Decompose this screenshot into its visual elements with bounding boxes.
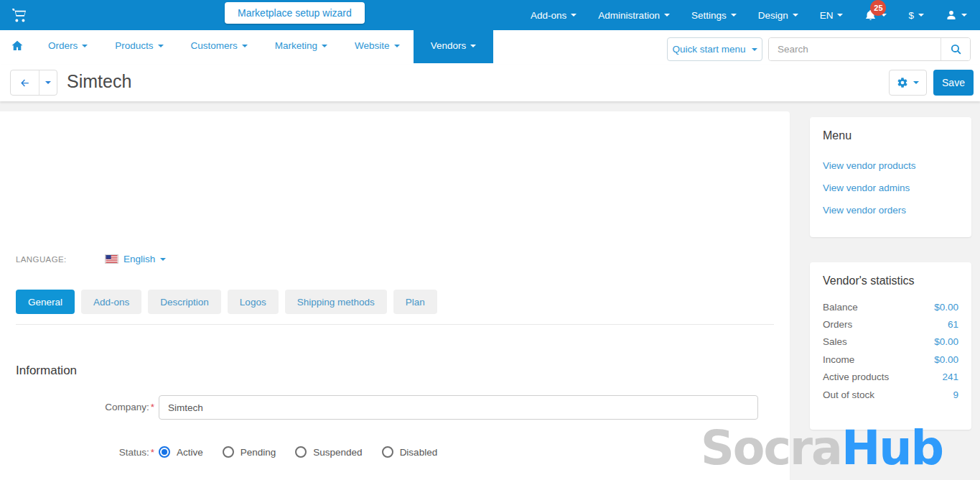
- quick-start-menu-button[interactable]: Quick start menu: [667, 37, 762, 61]
- link-view-vendor-admins[interactable]: View vendor admins: [823, 177, 916, 199]
- radio-unchecked-icon[interactable]: [295, 446, 307, 458]
- search-button[interactable]: [941, 38, 970, 60]
- status-option-pending[interactable]: Pending: [223, 446, 276, 458]
- menu-links: View vendor products View vendor admins …: [823, 154, 916, 221]
- menu-card-title: Menu: [823, 129, 851, 142]
- nav-item-orders-label: Orders: [48, 40, 78, 51]
- nav-item-marketing-label: Marketing: [275, 40, 317, 51]
- settings-gear-dropdown[interactable]: [889, 70, 927, 96]
- arrow-left-icon: [19, 78, 31, 88]
- status-option-suspended[interactable]: Suspended: [295, 446, 362, 458]
- stat-value[interactable]: 61: [948, 319, 958, 330]
- status-option-active[interactable]: Active: [159, 446, 203, 458]
- status-option-active-label: Active: [177, 447, 203, 458]
- storefront-cart-icon[interactable]: [9, 6, 30, 24]
- statistics-card-title: Vendor's statistics: [823, 274, 915, 287]
- tab-description[interactable]: Description: [148, 290, 221, 314]
- link-view-vendor-orders[interactable]: View vendor orders: [823, 199, 916, 221]
- status-option-disabled[interactable]: Disabled: [382, 446, 438, 458]
- chevron-down-icon: [918, 14, 924, 17]
- tab-plan[interactable]: Plan: [393, 290, 437, 314]
- search-box: [768, 37, 971, 61]
- radio-unchecked-icon[interactable]: [223, 446, 234, 458]
- top-menu-settings[interactable]: Settings: [691, 10, 737, 21]
- tab-general[interactable]: General: [16, 290, 75, 314]
- marketplace-setup-wizard-button[interactable]: Marketplace setup wizard: [225, 2, 365, 24]
- nav-item-customers[interactable]: Customers: [177, 30, 261, 61]
- status-option-pending-label: Pending: [241, 447, 276, 458]
- stat-value[interactable]: 9: [953, 389, 958, 400]
- top-menu-design[interactable]: Design: [758, 10, 798, 21]
- stat-label: Sales: [823, 336, 847, 347]
- stat-value[interactable]: $0.00: [934, 354, 958, 365]
- nav-item-website[interactable]: Website: [341, 30, 414, 61]
- home-nav-item[interactable]: [0, 40, 34, 52]
- link-view-vendor-products[interactable]: View vendor products: [823, 154, 916, 177]
- top-menu-addons[interactable]: Add-ons: [531, 10, 577, 21]
- stat-value[interactable]: 241: [942, 371, 958, 382]
- nav-item-vendors-label: Vendors: [431, 40, 467, 51]
- content-language-selector[interactable]: English: [105, 254, 166, 264]
- radio-unchecked-icon[interactable]: [382, 446, 393, 458]
- tab-logos[interactable]: Logos: [228, 290, 279, 314]
- chevron-down-icon: [731, 14, 737, 17]
- information-section-title: Information: [16, 364, 77, 378]
- nav-item-website-label: Website: [355, 40, 390, 51]
- company-input[interactable]: [159, 395, 758, 420]
- currency-symbol: $: [908, 10, 914, 21]
- back-history-dropdown[interactable]: [39, 70, 57, 95]
- chevron-down-icon: [793, 14, 798, 17]
- stat-row-active-products: Active products 241: [823, 369, 958, 386]
- chevron-down-icon: [913, 81, 919, 84]
- chevron-down-icon: [242, 45, 248, 47]
- stat-row-out-of-stock: Out of stock 9: [823, 386, 958, 403]
- chevron-down-icon: [752, 48, 757, 51]
- chevron-down-icon: [571, 14, 577, 17]
- gear-icon: [897, 77, 908, 88]
- stat-value[interactable]: $0.00: [934, 302, 958, 313]
- vendor-statistics-card: Vendor's statistics Balance $0.00 Orders…: [810, 262, 971, 430]
- nav-item-products[interactable]: Products: [101, 30, 177, 61]
- status-option-suspended-label: Suspended: [313, 447, 362, 458]
- stat-label: Out of stock: [823, 389, 874, 400]
- required-mark: *: [151, 447, 154, 458]
- radio-checked-icon[interactable]: [159, 446, 170, 458]
- content-language-label: LANGUAGE:: [16, 255, 67, 264]
- user-icon: [946, 9, 957, 21]
- page: Marketplace setup wizard Add-ons Adminis…: [0, 0, 980, 480]
- language-switcher[interactable]: EN: [820, 10, 844, 21]
- vendor-edit-form-card: LANGUAGE: English General Add-ons Descri…: [0, 111, 790, 480]
- currency-dropdown[interactable]: $: [908, 10, 924, 21]
- company-label: Company:*: [16, 402, 154, 412]
- content-language-row: LANGUAGE: English: [16, 255, 67, 264]
- top-menu-design-label: Design: [758, 10, 788, 21]
- stat-row-orders: Orders 61: [823, 315, 958, 333]
- chevron-down-icon: [961, 14, 967, 17]
- tab-shipping-methods[interactable]: Shipping methods: [285, 290, 387, 314]
- top-menu-administration[interactable]: Administration: [598, 10, 670, 21]
- nav-item-vendors[interactable]: Vendors: [414, 29, 494, 63]
- top-menu-settings-label: Settings: [691, 10, 727, 21]
- stat-row-sales: Sales $0.00: [823, 333, 958, 351]
- chevron-down-icon: [82, 45, 88, 47]
- top-menu-administration-label: Administration: [598, 10, 660, 21]
- notifications-dropdown[interactable]: 25: [864, 9, 887, 22]
- nav-item-products-label: Products: [115, 40, 153, 51]
- top-menu-addons-label: Add-ons: [531, 10, 566, 21]
- search-input[interactable]: [769, 38, 941, 60]
- tab-addons[interactable]: Add-ons: [81, 290, 141, 314]
- content-language-value: English: [123, 254, 155, 264]
- stat-value[interactable]: $0.00: [934, 336, 958, 347]
- back-button[interactable]: [11, 70, 39, 95]
- save-button[interactable]: Save: [933, 70, 974, 96]
- nav-item-customers-label: Customers: [191, 40, 238, 51]
- user-account-dropdown[interactable]: [946, 9, 967, 21]
- stat-label: Active products: [823, 371, 889, 382]
- chevron-down-icon: [45, 81, 51, 84]
- nav-item-orders[interactable]: Orders: [34, 30, 101, 61]
- search-icon: [950, 43, 962, 55]
- page-title: Simtech: [67, 71, 131, 92]
- quick-start-menu-label: Quick start menu: [672, 44, 745, 55]
- stat-label: Orders: [823, 319, 852, 330]
- nav-item-marketing[interactable]: Marketing: [261, 30, 341, 61]
